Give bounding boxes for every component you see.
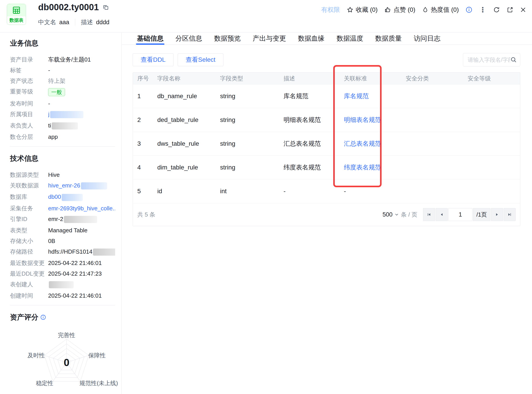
- tab-8[interactable]: 访问日志: [413, 33, 441, 44]
- info-label: 存储大小: [10, 238, 48, 244]
- info-value: 待上架: [48, 78, 115, 84]
- info-row: 数据库db00: [10, 193, 115, 201]
- info-value-text: emr-2: [48, 216, 63, 222]
- asset-score-section: 资产评分: [10, 312, 115, 394]
- tab-2[interactable]: 分区信息: [175, 33, 203, 44]
- field-search-box[interactable]: [463, 53, 520, 66]
- refresh-icon[interactable]: [493, 6, 500, 13]
- tab-7[interactable]: 数据质量: [375, 33, 402, 44]
- title-subline: 中文名 aaa 描述 dddd: [38, 18, 109, 26]
- info-label: 最近数据变更: [10, 260, 48, 266]
- info-value-link[interactable]: hive_emr-26: [48, 182, 80, 189]
- tab-5[interactable]: 数据血缘: [298, 33, 325, 44]
- cell-field-type: string: [216, 164, 279, 171]
- page-size-select[interactable]: 500 条 / 页: [382, 211, 417, 218]
- table-footer: 共 5 条 500 条 / 页 1 /1页: [133, 203, 520, 226]
- standard-link[interactable]: 汇总表名规范: [344, 140, 381, 147]
- tab-bar: 基础信息分区信息数据预览产出与变更数据血缘数据温度数据质量访问日志: [122, 33, 532, 45]
- search-icon[interactable]: [510, 57, 517, 63]
- info-value: 2025-04-22 21:47:23: [48, 270, 115, 277]
- more-actions-icon[interactable]: ⋮: [479, 6, 486, 13]
- table-header-row: 序号字段名称字段类型描述关联标准安全分类安全等级: [133, 73, 520, 84]
- like-button[interactable]: 点赞 (0): [384, 5, 415, 14]
- info-value: emr-2: [48, 216, 115, 223]
- technical-info-title: 技术信息: [10, 154, 115, 163]
- column-header: 字段名称: [153, 75, 216, 82]
- prev-page-button[interactable]: [436, 208, 448, 221]
- info-value: app: [48, 134, 115, 140]
- tab-3[interactable]: 数据预览: [214, 33, 241, 44]
- view-select-button[interactable]: 查看Select: [178, 53, 223, 66]
- info-label: 最近DDL变更: [10, 270, 48, 277]
- info-row: 表创建人: [10, 281, 115, 288]
- standard-link[interactable]: 纬度表名规范: [344, 164, 381, 171]
- next-page-button[interactable]: [491, 208, 503, 221]
- info-label: 表创建人: [10, 281, 48, 288]
- last-page-button[interactable]: [504, 208, 516, 221]
- info-label: 所属项目: [10, 111, 48, 118]
- score-info-icon[interactable]: [40, 314, 46, 320]
- entity-type-tile: 数据表: [7, 4, 26, 25]
- business-info-section: 业务信息 资产目录车载业务/主题01标签-资产状态待上架重要等级一般发布时间-所…: [10, 38, 115, 140]
- business-info-title: 业务信息: [10, 38, 115, 48]
- column-header: 序号: [133, 75, 153, 82]
- sidebar: 业务信息 资产目录车载业务/主题01标签-资产状态待上架重要等级一般发布时间-所…: [0, 33, 122, 394]
- description-value: dddd: [96, 19, 109, 26]
- info-label: 表类型: [10, 227, 48, 234]
- tab-4[interactable]: 产出与变更: [252, 33, 286, 44]
- info-value: Hive: [48, 171, 115, 178]
- cell-field-name: id: [153, 188, 216, 195]
- favorite-button[interactable]: 收藏 (0): [347, 5, 378, 14]
- standard-link[interactable]: 明细表名规范: [344, 116, 381, 123]
- subline-divider: [75, 19, 75, 26]
- info-value-text: ti: [48, 122, 51, 129]
- copy-icon[interactable]: [102, 4, 109, 11]
- tab-6[interactable]: 数据温度: [336, 33, 364, 44]
- page-number-input[interactable]: 1: [448, 208, 472, 221]
- total-count: 共 5 条: [137, 211, 155, 218]
- column-header: 描述: [279, 75, 339, 82]
- info-row: 重要等级一般: [10, 88, 115, 96]
- info-value: hive_emr-26: [48, 182, 115, 189]
- standard-link[interactable]: 库名规范: [344, 93, 369, 99]
- field-search-input[interactable]: [468, 57, 510, 63]
- cell-field-type: int: [216, 188, 279, 195]
- heat-button[interactable]: 热度值 (0): [422, 5, 459, 14]
- info-label: 存储路径: [10, 248, 48, 255]
- cell-seq: 4: [133, 164, 153, 171]
- info-value-text: -: [48, 100, 50, 107]
- cell-field-name: dws_table_rule: [153, 140, 216, 147]
- info-value-link[interactable]: emr-2693ty9b_hive_colle...: [48, 205, 115, 212]
- sidebar-divider: [10, 146, 115, 147]
- info-row: 标签-: [10, 67, 115, 73]
- info-row: 最近DDL变更2025-04-22 21:47:23: [10, 270, 115, 277]
- flame-icon: [422, 6, 429, 13]
- info-label: 表负责人: [10, 122, 48, 129]
- cell-description: 纬度表名规范: [279, 163, 339, 172]
- cell-seq: 2: [133, 116, 153, 124]
- info-value-text: -: [48, 67, 50, 73]
- redacted-blur: [64, 216, 97, 223]
- info-value: -: [48, 67, 115, 73]
- importance-badge: 一般: [48, 88, 65, 96]
- redacted-blur: [52, 122, 78, 130]
- info-row: 数仓分层app: [10, 134, 115, 140]
- description-label: 描述: [81, 18, 93, 26]
- pagination: 1 /1页: [423, 208, 516, 221]
- info-value-link[interactable]: db00: [48, 193, 61, 200]
- cell-description: 汇总表名规范: [279, 140, 339, 148]
- tab-1[interactable]: 基础信息: [137, 33, 164, 44]
- info-value-text: 2025-04-22 21:46:01: [48, 260, 101, 266]
- cell-description: -: [279, 188, 339, 195]
- open-in-new-icon[interactable]: [507, 6, 513, 13]
- info-label: 关联数据源: [10, 182, 48, 189]
- info-label: 重要等级: [10, 88, 48, 95]
- info-value-link[interactable]: j: [48, 111, 50, 118]
- info-row: 表负责人ti: [10, 122, 115, 130]
- first-page-button[interactable]: [423, 208, 435, 221]
- close-icon[interactable]: [520, 7, 526, 13]
- info-value: hdfs://HDFS1014: [48, 248, 115, 256]
- info-icon[interactable]: [466, 6, 472, 13]
- view-ddl-button[interactable]: 查看DDL: [133, 53, 173, 66]
- cell-field-name: dim_table_rule: [153, 164, 216, 171]
